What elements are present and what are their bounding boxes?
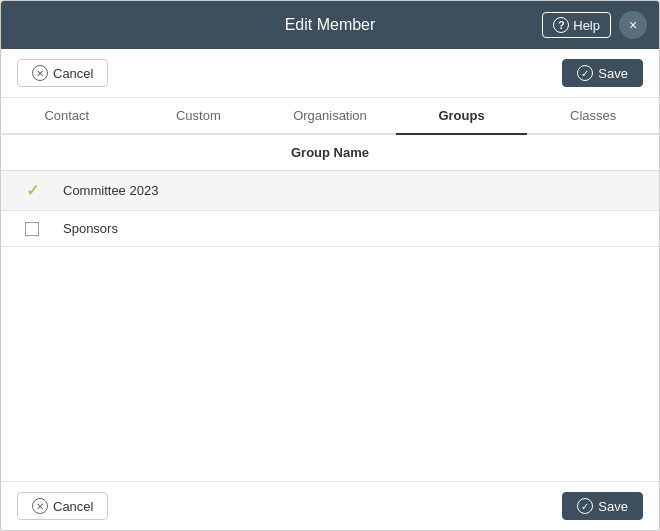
group-name-2: Sponsors: [63, 221, 118, 236]
group-name-1: Committee 2023: [63, 183, 158, 198]
tab-classes[interactable]: Classes: [527, 98, 659, 135]
column-header-group-name: Group Name: [17, 145, 643, 160]
modal-title: Edit Member: [285, 16, 376, 34]
cancel-button-top[interactable]: ✕ Cancel: [17, 59, 108, 87]
save-icon-top: ✓: [577, 65, 593, 81]
check-area-1[interactable]: ✓: [17, 181, 47, 200]
cancel-label-bottom: Cancel: [53, 499, 93, 514]
help-icon: ?: [553, 17, 569, 33]
check-area-2[interactable]: [17, 222, 47, 236]
edit-member-modal: Edit Member ? Help × ✕ Cancel ✓ Save Con…: [0, 0, 660, 531]
save-label-top: Save: [598, 66, 628, 81]
tabs: Contact Custom Organisation Groups Class…: [1, 98, 659, 135]
modal-header: Edit Member ? Help ×: [1, 1, 659, 49]
save-button-bottom[interactable]: ✓ Save: [562, 492, 643, 520]
tab-content: Group Name ✓ Committee 2023 Sponsors: [1, 135, 659, 481]
empty-content-area: [1, 247, 659, 407]
help-label: Help: [573, 18, 600, 33]
help-button[interactable]: ? Help: [542, 12, 611, 38]
tab-groups[interactable]: Groups: [396, 98, 528, 135]
close-button[interactable]: ×: [619, 11, 647, 39]
table-header: Group Name: [1, 135, 659, 171]
cancel-icon-top: ✕: [32, 65, 48, 81]
table-row: ✓ Committee 2023: [1, 171, 659, 211]
tab-custom[interactable]: Custom: [133, 98, 265, 135]
save-label-bottom: Save: [598, 499, 628, 514]
save-icon-bottom: ✓: [577, 498, 593, 514]
cancel-icon-bottom: ✕: [32, 498, 48, 514]
top-toolbar: ✕ Cancel ✓ Save: [1, 49, 659, 98]
cancel-label-top: Cancel: [53, 66, 93, 81]
cancel-button-bottom[interactable]: ✕ Cancel: [17, 492, 108, 520]
tab-organisation[interactable]: Organisation: [264, 98, 396, 135]
checkbox-icon-2[interactable]: [25, 222, 39, 236]
close-icon: ×: [629, 17, 637, 33]
tab-contact[interactable]: Contact: [1, 98, 133, 135]
save-button-top[interactable]: ✓ Save: [562, 59, 643, 87]
table-row: Sponsors: [1, 211, 659, 247]
header-actions: ? Help ×: [542, 11, 647, 39]
checkmark-icon-1: ✓: [26, 181, 39, 200]
bottom-toolbar: ✕ Cancel ✓ Save: [1, 481, 659, 530]
